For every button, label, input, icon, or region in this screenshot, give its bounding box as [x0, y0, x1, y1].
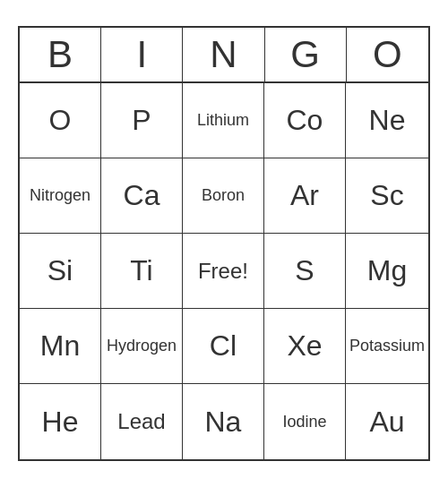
grid-cell-7: Boron: [183, 158, 264, 234]
grid-cell-13: S: [264, 234, 346, 309]
grid-cell-21: Lead: [101, 384, 183, 459]
header-cell-g: G: [265, 28, 347, 81]
bingo-card: BINGO OPLithiumCoNeNitrogenCaBoronArScSi…: [18, 26, 430, 461]
header-cell-i: I: [101, 28, 183, 81]
grid-cell-0: O: [20, 83, 101, 158]
grid-cell-3: Co: [264, 83, 346, 158]
grid-cell-2: Lithium: [183, 83, 264, 158]
grid-cell-19: Potassium: [346, 309, 428, 384]
grid-cell-9: Sc: [346, 158, 428, 234]
bingo-header: BINGO: [20, 28, 428, 83]
grid-cell-5: Nitrogen: [20, 158, 101, 234]
grid-cell-15: Mn: [20, 309, 101, 384]
grid-cell-23: Iodine: [264, 384, 346, 459]
grid-cell-1: P: [101, 83, 183, 158]
grid-cell-24: Au: [346, 384, 428, 459]
header-cell-o: O: [347, 28, 428, 81]
grid-cell-17: Cl: [183, 309, 264, 384]
bingo-grid: OPLithiumCoNeNitrogenCaBoronArScSiTiFree…: [20, 83, 428, 459]
header-cell-n: N: [183, 28, 264, 81]
grid-cell-12: Free!: [183, 234, 264, 309]
grid-cell-8: Ar: [264, 158, 346, 234]
grid-cell-10: Si: [20, 234, 101, 309]
grid-cell-20: He: [20, 384, 101, 459]
grid-cell-18: Xe: [264, 309, 346, 384]
grid-cell-22: Na: [183, 384, 264, 459]
grid-cell-4: Ne: [346, 83, 428, 158]
grid-cell-6: Ca: [101, 158, 183, 234]
header-cell-b: B: [20, 28, 101, 81]
grid-cell-11: Ti: [101, 234, 183, 309]
grid-cell-16: Hydrogen: [101, 309, 183, 384]
grid-cell-14: Mg: [346, 234, 428, 309]
